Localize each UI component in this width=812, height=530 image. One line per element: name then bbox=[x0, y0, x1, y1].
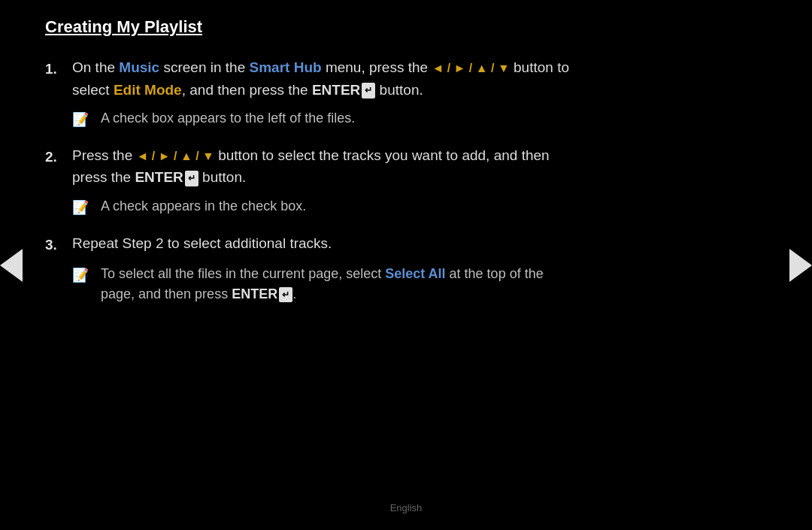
note-1-container: 📝 A check box appears to the left of the… bbox=[45, 108, 677, 131]
enter-label-2: ENTER bbox=[135, 169, 183, 185]
page-title: Creating My Playlist bbox=[45, 14, 202, 40]
note-2-container: 📝 A check appears in the check box. bbox=[45, 196, 677, 219]
step-1-text: On the Music screen in the Smart Hub men… bbox=[72, 56, 569, 101]
enter-label-1: ENTER bbox=[312, 82, 360, 98]
step-2-number: 2. bbox=[45, 146, 72, 168]
step-3: 3. Repeat Step 2 to select additional tr… bbox=[45, 232, 677, 256]
footer-language: English bbox=[390, 501, 423, 516]
note-2: 📝 A check appears in the check box. bbox=[72, 196, 677, 219]
note-1: 📝 A check box appears to the left of the… bbox=[72, 108, 677, 131]
note-2-text: A check appears in the check box. bbox=[101, 196, 306, 217]
steps-list: 1. On the Music screen in the Smart Hub … bbox=[45, 56, 677, 304]
note-icon-1: 📝 bbox=[72, 109, 93, 131]
smarthub-label: Smart Hub bbox=[250, 59, 322, 75]
step-2: 2. Press the ◄ / ► / ▲ / ▼ button to sel… bbox=[45, 144, 677, 189]
enter-label-3: ENTER bbox=[232, 286, 277, 301]
nav-arrows-2: ◄ / ► / ▲ / ▼ bbox=[137, 147, 214, 166]
note-3-text: To select all the files in the current p… bbox=[101, 264, 544, 304]
step-3-number: 3. bbox=[45, 234, 72, 256]
prev-arrow[interactable] bbox=[0, 249, 23, 282]
nav-arrows-1: ◄ / ► / ▲ / ▼ bbox=[432, 59, 509, 78]
enter-icon-3: ↵ bbox=[279, 287, 292, 302]
music-label: Music bbox=[119, 59, 159, 75]
note-3-container: 📝 To select all the files in the current… bbox=[45, 264, 677, 304]
step-1-number: 1. bbox=[45, 58, 72, 80]
editmode-label: Edit Mode bbox=[114, 82, 182, 98]
enter-icon-1: ↵ bbox=[362, 83, 375, 98]
step-3-text: Repeat Step 2 to select additional track… bbox=[72, 232, 332, 254]
next-arrow[interactable] bbox=[789, 249, 812, 282]
main-content: Creating My Playlist 1. On the Music scr… bbox=[0, 0, 737, 333]
note-1-text: A check box appears to the left of the f… bbox=[101, 108, 355, 129]
note-icon-2: 📝 bbox=[72, 197, 93, 219]
step-2-text: Press the ◄ / ► / ▲ / ▼ button to select… bbox=[72, 144, 550, 189]
note-icon-3: 📝 bbox=[72, 265, 93, 286]
select-all-label: Select All bbox=[385, 266, 445, 281]
step-1: 1. On the Music screen in the Smart Hub … bbox=[45, 56, 677, 101]
note-3: 📝 To select all the files in the current… bbox=[72, 264, 677, 304]
enter-icon-2: ↵ bbox=[185, 171, 198, 186]
